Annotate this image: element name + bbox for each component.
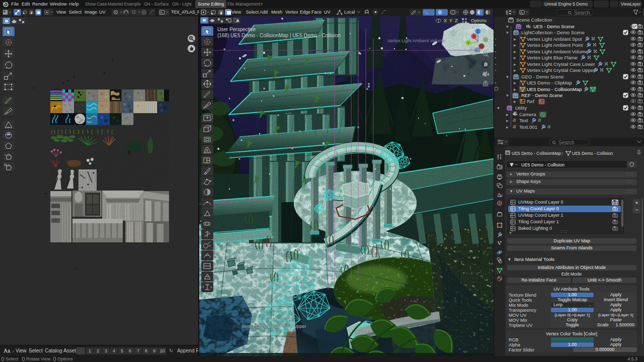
svg-text:X: X [472,34,475,39]
svg-text:Y: Y [467,41,470,45]
svg-text:Z: Z [477,29,479,34]
